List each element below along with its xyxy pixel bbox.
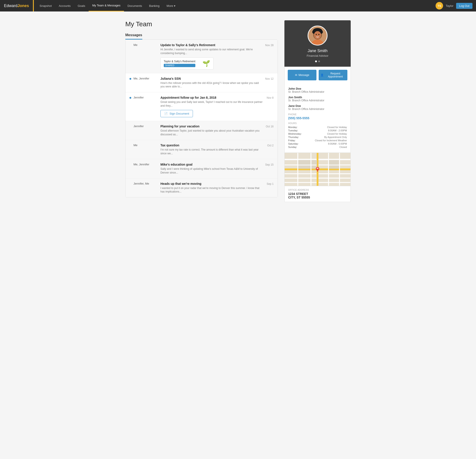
map-svg bbox=[285, 153, 350, 186]
table-row[interactable]: Jennifer Appointment follow up for Jan 8… bbox=[126, 92, 278, 121]
phone-label: PHONE bbox=[288, 113, 347, 116]
nav-more[interactable]: More ▾ bbox=[163, 0, 179, 11]
message-sender: Me, Jennifer bbox=[131, 163, 158, 166]
nav-goals[interactable]: Goals bbox=[74, 0, 89, 11]
hours-row-mon: Monday: Closed for Holiday bbox=[288, 126, 347, 129]
hours-day-sat: Saturday: bbox=[288, 142, 298, 145]
unread-dot bbox=[129, 97, 131, 99]
table-row[interactable]: Me Tax question I'm not sure my tax rate… bbox=[126, 140, 278, 159]
message-date: Sep 1 bbox=[267, 182, 273, 185]
contact-info: John Doe Sr. Branch Office Administrator… bbox=[284, 83, 351, 153]
table-row[interactable]: Me, Jennifer Juliana's SSN How's the rol… bbox=[126, 73, 278, 92]
hours-row-wed: Wednesday: Closed for Holiday bbox=[288, 132, 347, 135]
contact-person-2: Jane Doe Sr. Branch Office Administrator bbox=[288, 104, 347, 111]
message-sender: Me bbox=[131, 144, 158, 147]
message-date: Nov 12 bbox=[265, 77, 273, 80]
hours-row-tue: Tuesday: 8:00AM - 2:00PM bbox=[288, 129, 347, 132]
message-preview: Sally and I were thinking of updating Mi… bbox=[161, 167, 263, 175]
table-row[interactable]: Me, Jennifer Mike's education goal Sally… bbox=[126, 159, 278, 178]
message-content: Appointment follow up for Jan 8, 2018 Gr… bbox=[158, 96, 267, 117]
logo-jones-text: Jones bbox=[17, 4, 29, 8]
contact-name-1: Jon Smith bbox=[288, 96, 347, 99]
attachment-name: Taylor & Sally's Retirement bbox=[164, 60, 195, 63]
map-placeholder[interactable] bbox=[285, 153, 350, 186]
nav-banking[interactable]: Banking bbox=[146, 0, 163, 11]
contact-role-0: Sr. Branch Office Administrator bbox=[288, 90, 347, 93]
calendar-icon: 👤 bbox=[320, 74, 324, 77]
hours-time-wed: Closed for Holiday bbox=[327, 132, 347, 135]
hours-time-sat: 8:00AM - 5:00PM bbox=[328, 142, 347, 145]
message-subject: Update to Taylor & Sally's Retirement bbox=[161, 43, 263, 47]
hours-time-thu: By Appointment Only bbox=[324, 136, 347, 139]
svg-rect-24 bbox=[311, 160, 317, 165]
messages-header: Messages bbox=[125, 33, 142, 40]
request-appointment-button[interactable]: 👤 Request Appointment bbox=[319, 70, 347, 80]
message-date: Oct 16 bbox=[266, 124, 273, 128]
username-label: Taylor bbox=[446, 4, 453, 8]
nav-links: Snapshot Accounts Goals My Team & Messag… bbox=[34, 0, 435, 11]
message-subject: Tax question bbox=[161, 144, 264, 147]
nav-documents[interactable]: Documents bbox=[124, 0, 146, 11]
hours-day-thu: Thursday: bbox=[288, 136, 299, 139]
hours-time-mon: Closed for Holiday bbox=[327, 126, 347, 129]
hours-row-sun: Sunday: Closed bbox=[288, 146, 347, 148]
message-preview: Hi Jennifer, I wanted to send along some… bbox=[161, 48, 263, 55]
message-subject: Appointment follow up for Jan 8, 2018 bbox=[161, 96, 264, 99]
right-panel: Jane Smith Financial Advisor ✉ Message 👤… bbox=[284, 20, 351, 202]
carousel-dot-2[interactable] bbox=[318, 60, 320, 62]
nav-snapshot[interactable]: Snapshot bbox=[36, 0, 55, 11]
message-sender: Me bbox=[131, 43, 158, 47]
svg-point-7 bbox=[314, 31, 321, 39]
table-row[interactable]: Jennifer Planning for your vacation Good… bbox=[126, 121, 278, 140]
contact-name-2: Jane Doe bbox=[288, 104, 347, 107]
message-button[interactable]: ✉ Message bbox=[288, 70, 316, 80]
nav-accounts[interactable]: Accounts bbox=[55, 0, 74, 11]
left-panel: My Team Messages Me Update to Taylor & S… bbox=[125, 20, 278, 202]
table-row[interactable]: Jennifer, Me Heads up that we're moving … bbox=[126, 178, 278, 197]
document-icon: 📄 bbox=[164, 112, 168, 115]
svg-rect-26 bbox=[329, 160, 339, 165]
carousel-dots bbox=[289, 60, 346, 62]
message-date: Oct 2 bbox=[267, 144, 273, 147]
logo[interactable]: EdwardJones bbox=[0, 0, 33, 11]
message-date: Nov 28 bbox=[265, 43, 273, 47]
contact-person-1: Jon Smith Sr. Branch Office Administrato… bbox=[288, 96, 347, 102]
advisor-actions: ✉ Message 👤 Request Appointment bbox=[284, 67, 351, 83]
logo-edward-text: Edward bbox=[4, 4, 17, 8]
chevron-down-icon: ▾ bbox=[174, 4, 175, 8]
hours-section: HOURS Monday: Closed for Holiday Tuesday… bbox=[288, 122, 347, 148]
message-date: Sep 15 bbox=[265, 163, 273, 166]
attachment-card[interactable]: Taylor & Sally's Retirement SHARED 🌱 bbox=[161, 57, 213, 70]
page-title: My Team bbox=[125, 20, 278, 28]
hours-row-sat: Saturday: 8:00AM - 5:00PM bbox=[288, 142, 347, 145]
message-subject: Mike's education goal bbox=[161, 163, 263, 166]
message-btn-label: Message bbox=[298, 74, 309, 77]
message-subject: Planning for your vacation bbox=[161, 124, 263, 128]
contact-role-2: Sr. Branch Office Administrator bbox=[288, 107, 347, 111]
logout-button[interactable]: Log Out bbox=[456, 3, 472, 9]
message-preview: I'm not sure my tax rate is correct. The… bbox=[161, 148, 264, 156]
message-sender: Me, Jennifer bbox=[131, 77, 158, 80]
contact-name-0: John Doe bbox=[288, 87, 347, 90]
page-container: My Team Messages Me Update to Taylor & S… bbox=[121, 11, 355, 211]
message-icon: ✉ bbox=[295, 74, 297, 77]
advisor-photo-wrapper bbox=[308, 26, 328, 45]
message-sender: Jennifer bbox=[131, 96, 158, 99]
hours-day-fri: Friday: bbox=[288, 139, 296, 142]
office-address-line1: 1234 STREET bbox=[288, 192, 347, 196]
message-content: Juliana's SSN How's the rollover process… bbox=[158, 77, 265, 89]
message-content: Tax question I'm not sure my tax rate is… bbox=[158, 144, 267, 156]
unread-dot bbox=[129, 78, 131, 80]
nav-my-team-messages[interactable]: My Team & Messages bbox=[89, 0, 124, 11]
table-row[interactable]: Me Update to Taylor & Sally's Retirement… bbox=[126, 40, 278, 73]
carousel-dot-1[interactable] bbox=[315, 60, 317, 62]
hours-row-fri: Friday: Closed for Inclement Weather bbox=[288, 139, 347, 142]
attachment-left: Taylor & Sally's Retirement SHARED bbox=[164, 60, 195, 67]
hours-time-sun: Closed bbox=[340, 146, 347, 148]
advisor-card: Jane Smith Financial Advisor bbox=[284, 20, 351, 67]
phone-number[interactable]: (555) 555-5555 bbox=[288, 116, 347, 120]
sign-document-button[interactable]: 📄 Sign Document bbox=[161, 110, 193, 117]
svg-rect-22 bbox=[298, 160, 311, 165]
message-preview: I wanted to put it on your radar that we… bbox=[161, 186, 264, 194]
message-subject: Juliana's SSN bbox=[161, 77, 263, 80]
